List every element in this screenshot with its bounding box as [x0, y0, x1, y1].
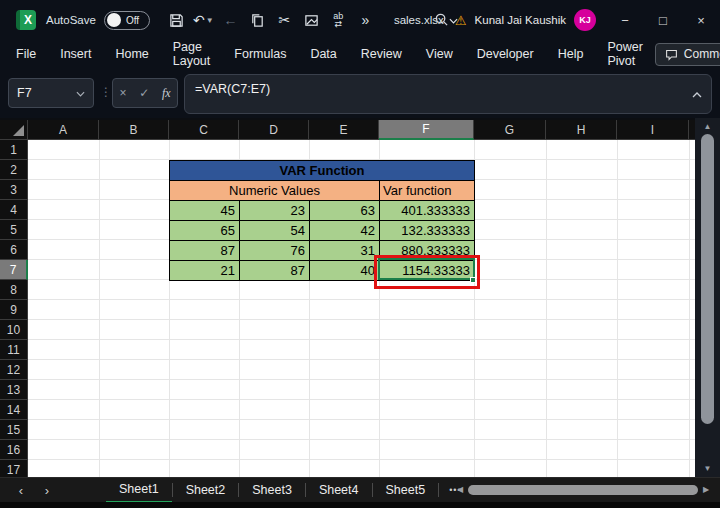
tab-file[interactable]: File — [4, 40, 48, 68]
column-header-i[interactable]: I — [617, 120, 689, 140]
cell-d6[interactable]: 76 — [240, 241, 310, 261]
cell-f4[interactable]: 401.333333 — [380, 201, 475, 221]
cell-c5[interactable]: 65 — [170, 221, 240, 241]
sheet-cells-area[interactable]: VAR Function Numeric Values Var function… — [28, 140, 695, 477]
formula-input[interactable]: =VAR(C7:E7) — [184, 74, 712, 114]
comment-bubble-icon — [665, 48, 678, 61]
scroll-left-icon[interactable]: ◀ — [452, 485, 468, 494]
cell-f5[interactable]: 132.333333 — [380, 221, 475, 241]
autosave-toggle[interactable]: Off — [104, 11, 150, 30]
cell-e6[interactable]: 31 — [310, 241, 380, 261]
row-header-10[interactable]: 10 — [0, 320, 28, 340]
undo-icon: ↶ — [193, 12, 205, 28]
gridline — [99, 140, 100, 477]
sheet-tab-sheet1[interactable]: Sheet1 — [106, 478, 172, 503]
cell-d5[interactable]: 54 — [240, 221, 310, 241]
table-title-cell[interactable]: VAR Function — [170, 161, 475, 181]
row-header-8[interactable]: 8 — [0, 280, 28, 300]
cell-e5[interactable]: 42 — [310, 221, 380, 241]
collapse-formula-bar-icon[interactable] — [692, 84, 702, 102]
sheet-tab-sheet5[interactable]: Sheet5 — [373, 478, 439, 503]
cell-d4[interactable]: 23 — [240, 201, 310, 221]
tab-power-pivot[interactable]: Power Pivot — [595, 40, 654, 68]
tab-developer[interactable]: Developer — [465, 40, 546, 68]
column-header-e[interactable]: E — [309, 120, 379, 140]
warning-icon[interactable]: ⚠ — [455, 13, 467, 28]
horizontal-scroll-thumb[interactable] — [468, 485, 698, 495]
row-header-16[interactable]: 16 — [0, 440, 28, 460]
row-header-5[interactable]: 5 — [0, 220, 28, 240]
tab-data[interactable]: Data — [298, 40, 348, 68]
excel-logo-icon[interactable]: X — [16, 10, 36, 30]
select-all-corner[interactable] — [0, 120, 28, 140]
undo-button[interactable]: ↶ ▼ — [191, 7, 216, 33]
tab-formulas[interactable]: Formulas — [222, 40, 298, 68]
scroll-up-icon[interactable]: ▲ — [695, 122, 720, 131]
minimize-button[interactable]: − — [606, 0, 644, 40]
horizontal-scrollbar[interactable]: ◀ ▶ — [452, 477, 720, 502]
sheet-tab-sheet3[interactable]: Sheet3 — [239, 478, 305, 503]
search-icon[interactable] — [434, 12, 449, 31]
row-header-4[interactable]: 4 — [0, 200, 28, 220]
row-header-15[interactable]: 15 — [0, 420, 28, 440]
column-header-f-selected[interactable]: F — [379, 120, 474, 140]
find-replace-icon[interactable]: ab ⇄ — [326, 7, 351, 33]
user-avatar[interactable]: KJ — [574, 9, 596, 31]
cell-c6[interactable]: 87 — [170, 241, 240, 261]
cancel-icon[interactable]: × — [119, 86, 126, 100]
row-header-14[interactable]: 14 — [0, 400, 28, 420]
row-header-11[interactable]: 11 — [0, 340, 28, 360]
row-header-7-selected[interactable]: 7 — [0, 260, 28, 280]
tab-home[interactable]: Home — [103, 40, 160, 68]
cell-c4[interactable]: 45 — [170, 201, 240, 221]
enter-check-icon[interactable]: ✓ — [139, 86, 149, 100]
prev-sheet-icon[interactable]: ‹ — [8, 483, 34, 498]
row-header-13[interactable]: 13 — [0, 380, 28, 400]
row-header-12[interactable]: 12 — [0, 360, 28, 380]
tab-review[interactable]: Review — [349, 40, 414, 68]
cell-d7[interactable]: 87 — [240, 261, 310, 281]
tab-insert[interactable]: Insert — [48, 40, 103, 68]
var-function-header-cell[interactable]: Var function — [380, 181, 475, 201]
tab-help[interactable]: Help — [546, 40, 596, 68]
row-header-column: 1 2 3 4 5 6 7 8 9 10 11 12 13 14 15 16 1… — [0, 140, 28, 480]
cut-icon[interactable]: ✂ — [272, 7, 297, 33]
chevron-down-icon: ▼ — [206, 16, 214, 25]
comments-button[interactable]: Comments — [655, 43, 720, 66]
row-header-6[interactable]: 6 — [0, 240, 28, 260]
row-header-9[interactable]: 9 — [0, 300, 28, 320]
maximize-button[interactable]: □ — [644, 0, 682, 40]
name-box[interactable]: F7 — [8, 78, 94, 108]
cell-c7[interactable]: 21 — [170, 261, 240, 281]
row-header-3[interactable]: 3 — [0, 180, 28, 200]
more-commands-icon[interactable]: » — [353, 7, 378, 33]
row-header-2[interactable]: 2 — [0, 160, 28, 180]
user-name[interactable]: Kunal Jai Kaushik — [475, 14, 566, 26]
save-icon[interactable] — [164, 7, 189, 33]
paste-icon[interactable] — [299, 7, 324, 33]
insert-function-icon[interactable]: fx — [162, 86, 171, 101]
close-button[interactable]: × — [682, 0, 720, 40]
row-header-1[interactable]: 1 — [0, 140, 28, 160]
column-header-d[interactable]: D — [239, 120, 309, 140]
column-header-b[interactable]: B — [99, 120, 169, 140]
column-header-a[interactable]: A — [28, 120, 99, 140]
sheet-tab-sheet4[interactable]: Sheet4 — [306, 478, 372, 503]
cell-e7[interactable]: 40 — [310, 261, 380, 281]
column-header-g[interactable]: G — [474, 120, 546, 140]
vertical-scrollbar[interactable]: ▲ ▼ — [695, 118, 720, 477]
back-icon[interactable]: ← — [218, 7, 243, 33]
annotation-highlight-box — [374, 255, 480, 289]
scroll-down-icon[interactable]: ▼ — [695, 464, 720, 473]
column-header-c[interactable]: C — [169, 120, 239, 140]
sheet-tab-sheet2[interactable]: Sheet2 — [173, 478, 239, 503]
numeric-values-header-cell[interactable]: Numeric Values — [170, 181, 380, 201]
tab-page-layout[interactable]: Page Layout — [161, 40, 223, 68]
column-header-h[interactable]: H — [546, 120, 617, 140]
cell-e4[interactable]: 63 — [310, 201, 380, 221]
vertical-scroll-thumb[interactable] — [701, 134, 714, 424]
scroll-right-icon[interactable]: ▶ — [698, 485, 714, 494]
next-sheet-icon[interactable]: › — [34, 483, 60, 498]
tab-view[interactable]: View — [414, 40, 465, 68]
copy-icon[interactable] — [245, 7, 270, 33]
